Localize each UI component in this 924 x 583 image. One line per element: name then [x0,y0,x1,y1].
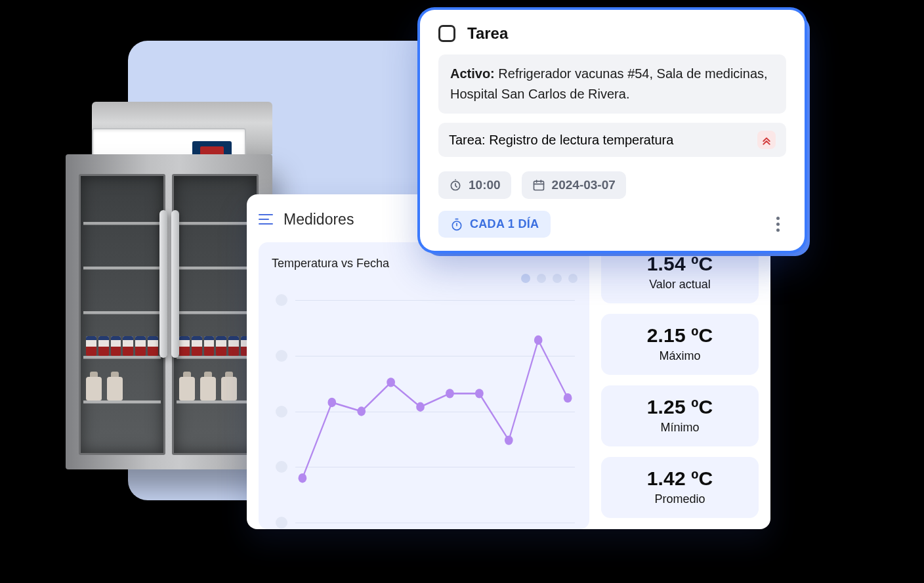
data-point [534,335,543,345]
ytick-marker [276,294,287,306]
svg-rect-1 [534,181,543,190]
stat-value: 2.15 ºC [613,324,747,347]
fridge-illustration [66,102,272,479]
pager-dot[interactable] [568,274,578,283]
ytick-marker [276,517,287,529]
stat-value: 1.25 ºC [613,396,747,418]
task-checkbox[interactable] [438,25,455,42]
tarea-label: Tarea: [449,133,486,147]
ytick-marker [276,406,287,418]
priority-high-icon [757,131,776,149]
data-point [505,435,513,444]
activo-text: Refrigerador vacunas #54, Sala de medici… [450,66,768,101]
task-heading: Tarea [467,24,508,43]
data-point [564,393,572,402]
chart-title: Temperatura vs Fecha [272,257,576,270]
line-series [295,300,575,523]
data-point [327,398,336,407]
stat-value: 1.54 ºC [613,253,747,275]
data-point [387,378,395,387]
chart-area [276,300,578,523]
more-options-button[interactable] [769,216,786,233]
stat-label: Promedio [613,492,747,506]
data-point [299,473,307,483]
chart-card: Temperatura vs Fecha [259,242,589,529]
data-point [416,402,425,412]
gridline [295,523,575,523]
ytick-marker [276,461,287,473]
tarea-card: Tarea Activo: Refrigerador vacunas #54, … [420,10,805,251]
stat-label: Máximo [613,349,747,363]
task-activo-box: Activo: Refrigerador vacunas #54, Sala d… [438,54,786,114]
activo-label: Activo: [450,66,495,81]
task-recurrence-pill[interactable]: CADA 1 DÍA [438,211,551,238]
stopwatch-icon [450,218,463,231]
menu-icon[interactable] [259,214,273,225]
task-time-value: 10:00 [469,178,501,192]
stat-card: 1.54 ºCValor actual [601,242,759,303]
pager-dot[interactable] [521,274,530,283]
chart-pager[interactable] [521,274,578,283]
task-date-pill[interactable]: 2024-03-07 [522,171,626,199]
data-point [475,389,484,398]
clock-icon [449,179,462,192]
calendar-icon [532,179,545,192]
medidores-title: Medidores [284,211,354,228]
stat-card: 1.25 ºCMínimo [601,385,759,446]
data-point [446,389,454,398]
task-tarea-box: Tarea: Registro de lectura temperatura [438,123,786,157]
task-recurrence-label: CADA 1 DÍA [470,217,539,231]
stat-card: 2.15 ºCMáximo [601,314,759,375]
task-date-value: 2024-03-07 [552,178,616,192]
task-time-pill[interactable]: 10:00 [438,171,511,199]
stat-card: 1.42 ºCPromedio [601,457,759,518]
stat-value: 1.42 ºC [613,467,747,490]
stat-label: Valor actual [613,278,747,292]
pager-dot[interactable] [553,274,562,283]
data-point [357,406,366,416]
pager-dot[interactable] [537,274,546,283]
ytick-marker [276,350,287,362]
stat-label: Mínimo [613,421,747,435]
tarea-text: Registro de lectura temperatura [489,133,673,147]
